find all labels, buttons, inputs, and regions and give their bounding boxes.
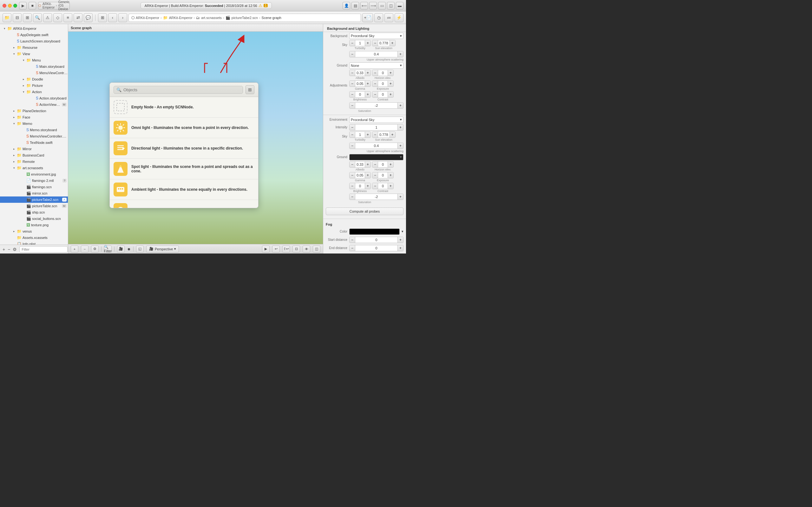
- sky2-turbidity-stepper[interactable]: − 1 +: [349, 131, 371, 138]
- upper-atm-minus[interactable]: −: [350, 51, 355, 57]
- object-item-directional-light[interactable]: Directional light - Illuminates the scen…: [110, 138, 258, 159]
- stop-button[interactable]: ■: [29, 2, 36, 9]
- undo-btn[interactable]: ↩: [272, 245, 280, 252]
- sidebar-item-info-plist[interactable]: ▾ 📋 Info.plist: [0, 241, 68, 245]
- sidebar-item-launchscreen[interactable]: ▾ S LaunchScreen.storyboard: [0, 38, 68, 44]
- sidebar-item-environment-jpg[interactable]: ▾ 🖼 environment.jpg: [0, 171, 68, 177]
- saturation2-stepper[interactable]: − -2 +: [349, 193, 403, 200]
- panel-toggle-btn[interactable]: ▤: [351, 2, 359, 9]
- fog-start-minus[interactable]: −: [350, 237, 355, 243]
- sidebar-item-flamingo-mtl[interactable]: ▾ 📄 flamingo 2.mtl ?: [0, 177, 68, 184]
- back-forward-btn[interactable]: ⟵: [360, 2, 368, 9]
- sidebar-item-social-buttons-scn[interactable]: ▾ 🎬 social_buttons.scn: [0, 216, 68, 222]
- object-item-omni-light[interactable]: Omni light - Illuminates the scene from …: [110, 118, 258, 138]
- objects-search-input[interactable]: [123, 88, 240, 92]
- ground2-horizon-plus[interactable]: +: [388, 162, 393, 167]
- sky2-turbidity-plus[interactable]: +: [365, 132, 370, 137]
- sidebar-item-action-storyboard[interactable]: ▾ S Action.storyboard: [0, 95, 68, 101]
- upper-atm2-minus[interactable]: −: [350, 143, 355, 149]
- sidebar-item-memoviewcontroller[interactable]: ▾ S MemoViewController.swift: [0, 133, 68, 139]
- ground2-albedo-minus[interactable]: −: [350, 162, 355, 167]
- user-icon-btn[interactable]: 👤: [343, 2, 350, 9]
- background-select[interactable]: Procedural Sky ▾: [349, 33, 403, 39]
- contrast-plus[interactable]: +: [388, 92, 393, 97]
- layout-btn3[interactable]: ▬: [396, 2, 403, 9]
- nav-back-btn[interactable]: ‹: [108, 13, 117, 22]
- object-item-empty-node[interactable]: Empty Node - An empty SCNNode.: [110, 97, 258, 118]
- filter-btn[interactable]: 🔍 Filter: [104, 245, 112, 252]
- upper-atm2-plus[interactable]: +: [397, 143, 403, 149]
- horizon-minus[interactable]: −: [372, 70, 378, 76]
- find-btn[interactable]: 🔍: [33, 13, 42, 22]
- sun-elevation-plus[interactable]: +: [390, 40, 395, 46]
- fog-end-stepper[interactable]: − 0 +: [349, 245, 403, 251]
- warn-btn[interactable]: ⚠: [43, 13, 52, 22]
- scm-btn[interactable]: ≔: [385, 13, 393, 22]
- sidebar-item-doodle[interactable]: ▸ 📁 Doodle: [0, 76, 68, 82]
- layout-btn[interactable]: ◫: [313, 245, 320, 252]
- gamma-stepper[interactable]: − 0.05 +: [349, 80, 371, 87]
- nav-fwd-btn[interactable]: ›: [118, 13, 127, 22]
- breadcrumb-item-1[interactable]: ARKit-Emperor: [136, 16, 159, 20]
- maximize-button[interactable]: [13, 4, 17, 8]
- redo-btn[interactable]: ⇧↩: [282, 245, 290, 252]
- sidebar-item-arkitemperor[interactable]: ▾ 📁 ARKit-Emperor: [0, 25, 68, 32]
- sidebar-item-memo[interactable]: ▾ 📁 Memo: [0, 120, 68, 127]
- intensity-minus[interactable]: −: [350, 124, 355, 130]
- sidebar-item-resourse[interactable]: ▸ 📁 Resourse: [0, 44, 68, 51]
- sidebar-item-ship-scn[interactable]: ▾ 🎬 ship.scn: [0, 209, 68, 216]
- remove-file-btn[interactable]: −: [8, 247, 10, 252]
- object-item-spot-light[interactable]: Spot light - Illuminates the scene from …: [110, 159, 258, 179]
- ground2-horizon-minus[interactable]: −: [372, 162, 378, 167]
- sky2-sun-stepper[interactable]: − 0.778 +: [372, 131, 396, 138]
- sky2-sun-plus[interactable]: +: [390, 132, 395, 137]
- brightness-minus[interactable]: −: [350, 92, 355, 97]
- layout-btn1[interactable]: ▭: [378, 2, 386, 9]
- adj2-exposure-plus[interactable]: +: [388, 172, 393, 178]
- list-btn[interactable]: ≡: [63, 13, 72, 22]
- contrast2-minus[interactable]: −: [372, 183, 378, 189]
- contrast-minus[interactable]: −: [372, 92, 378, 97]
- saturation-plus[interactable]: +: [397, 103, 403, 108]
- upper-atm2-stepper[interactable]: − 0.4 +: [349, 143, 403, 149]
- turbidity-stepper[interactable]: − 1 +: [349, 40, 371, 46]
- sidebar-item-actionviewcontroller[interactable]: ▾ S ActionViewController.swift M: [0, 101, 68, 108]
- group-btn[interactable]: ⊞: [23, 13, 32, 22]
- sidebar-item-texture-png[interactable]: ▾ 🖼 texture.png: [0, 222, 68, 228]
- object-item-ies-light[interactable]: IES Light - Illuminates the scene with a…: [110, 200, 258, 208]
- brightness2-minus[interactable]: −: [350, 183, 355, 189]
- camera-btn[interactable]: 🎥: [117, 245, 125, 252]
- sky2-turbidity-minus[interactable]: −: [350, 132, 355, 137]
- sidebar-item-flamingo-scn[interactable]: ▾ 🎬 flamingo.scn: [0, 184, 68, 190]
- filter-input[interactable]: [19, 246, 67, 252]
- brightness-stepper[interactable]: − 0 +: [349, 91, 371, 98]
- sidebar-item-remote[interactable]: ▸ 📁 Remote: [0, 158, 68, 165]
- fog-end-plus[interactable]: +: [397, 245, 403, 251]
- scene-view-btn[interactable]: ◱: [136, 245, 144, 252]
- sidebar-item-picturetabe2-scn[interactable]: ▾ 🎬 pictureTabe2.scn A: [0, 196, 68, 203]
- hide-btn[interactable]: ⊟: [13, 13, 21, 22]
- scene-viewport[interactable]: 🔍 ⊞ Empty Node - An empty: [68, 32, 323, 244]
- mark-btn[interactable]: ◇: [53, 13, 62, 22]
- turbidity-minus[interactable]: −: [350, 40, 355, 46]
- intensity-plus[interactable]: +: [397, 124, 403, 130]
- compute-probes-btn[interactable]: Compute all probes: [326, 208, 403, 215]
- add-file-btn[interactable]: +📄: [362, 13, 373, 22]
- eye-btn[interactable]: 👁: [303, 245, 310, 252]
- brightness-plus[interactable]: +: [365, 92, 370, 97]
- ground2-select[interactable]: ▾: [349, 154, 403, 160]
- adj2-gamma-stepper[interactable]: − 0.05 +: [349, 172, 371, 178]
- object-item-ambient-light[interactable]: Ambient light - Illuminates the scene eq…: [110, 179, 258, 200]
- fog-color-swatch[interactable]: [349, 228, 400, 235]
- remove-node-btn[interactable]: −: [81, 245, 89, 252]
- gamma-plus[interactable]: +: [365, 81, 370, 87]
- sun-elevation-minus[interactable]: −: [372, 40, 378, 46]
- contrast2-plus[interactable]: +: [388, 183, 393, 189]
- settings-btn[interactable]: ⚙: [91, 245, 99, 252]
- adj2-exposure-minus[interactable]: −: [372, 172, 378, 178]
- sidebar-item-venus[interactable]: ▸ 📁 venus: [0, 228, 68, 234]
- add-file-btn[interactable]: +: [3, 247, 5, 252]
- sky2-sun-minus[interactable]: −: [372, 132, 378, 137]
- saturation2-plus[interactable]: +: [397, 194, 403, 200]
- sidebar-item-memo-storyboard[interactable]: ▾ S Memo.storyboard: [0, 127, 68, 133]
